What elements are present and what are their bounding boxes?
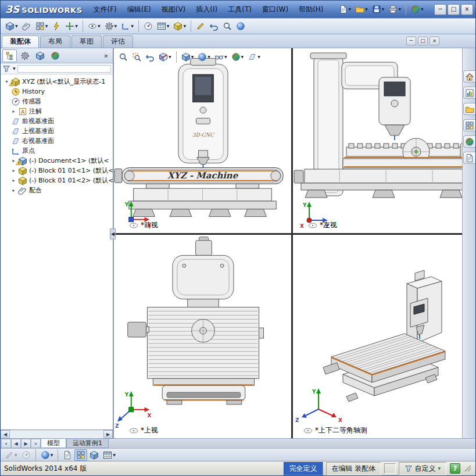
tree-item-assembly-root[interactable]: ▾ XYZ (默认<默认_显示状态-1: [2, 77, 113, 87]
motion-study-button[interactable]: [142, 19, 155, 33]
file-explorer-tab[interactable]: [463, 103, 475, 115]
viewport-top[interactable]: Y Z X *上视: [114, 235, 291, 438]
scroll-right-button[interactable]: ▶: [103, 430, 113, 438]
tree-expander-icon[interactable]: ▸: [11, 188, 16, 193]
menu-file[interactable]: 文件(F): [88, 3, 122, 16]
tab-scroll-left-button[interactable]: ◀: [11, 439, 21, 448]
tree-item-annotations[interactable]: ▸ 注解: [2, 106, 113, 116]
tree-expander-icon[interactable]: ▸: [11, 109, 16, 114]
filter-funnel-icon[interactable]: [2, 65, 10, 73]
configurationmanager-tab[interactable]: [33, 49, 47, 62]
tree-item-sensors[interactable]: 传感器: [2, 96, 113, 106]
two-view-button[interactable]: [88, 449, 101, 461]
doc-close-button[interactable]: ×: [430, 37, 439, 45]
tree-expander-icon[interactable]: ▸: [11, 168, 16, 173]
minimize-button[interactable]: ─: [434, 4, 446, 15]
propertymanager-tab[interactable]: [17, 49, 32, 62]
menu-edit[interactable]: 编辑(E): [122, 3, 156, 16]
menu-window[interactable]: 窗口(W): [257, 3, 294, 16]
tree-item-front-plane[interactable]: 前视基准面: [2, 116, 113, 126]
design-library-tab[interactable]: [463, 87, 475, 99]
tab-evaluate[interactable]: 评估: [103, 35, 133, 48]
assembly-features-button[interactable]: ▼: [103, 19, 119, 33]
print-button[interactable]: ▼: [386, 2, 403, 16]
dimxpertmanager-tab[interactable]: [48, 49, 62, 62]
tree-filter-input[interactable]: [17, 65, 111, 73]
doc-minimize-button[interactable]: ─: [406, 37, 416, 45]
appearances-tab[interactable]: [463, 135, 475, 148]
close-button[interactable]: ×: [461, 4, 473, 15]
doc-restore-button[interactable]: □: [418, 37, 428, 45]
maximize-button[interactable]: □: [448, 4, 460, 15]
featuremanager-tab[interactable]: [2, 49, 17, 62]
viewport-horizontal-divider[interactable]: [114, 233, 475, 235]
reference-geometry-button[interactable]: ▼: [119, 19, 135, 33]
sketch-button[interactable]: [194, 19, 207, 33]
mate-button[interactable]: [20, 19, 33, 33]
edit-appearance-button[interactable]: ▼: [230, 50, 246, 64]
zoom-fit-button[interactable]: [117, 50, 130, 64]
viewport-isometric[interactable]: Y X Z *上下二等角轴测: [293, 235, 475, 438]
single-view-button[interactable]: [61, 449, 74, 461]
exploded-view-button[interactable]: ▼: [171, 19, 188, 33]
smart-fasteners-button[interactable]: [50, 19, 63, 33]
new-document-button[interactable]: ▼: [337, 2, 353, 16]
options-button[interactable]: ▼: [409, 2, 425, 16]
tree-item-block01-2[interactable]: ▸ (-) Block 01 01<2> (默认<: [2, 176, 113, 185]
table-view-button[interactable]: ▼: [101, 449, 117, 461]
move-component-button[interactable]: ▼: [63, 19, 80, 33]
four-view-button[interactable]: [74, 449, 87, 461]
zoom-area-button[interactable]: [130, 50, 143, 64]
menu-tools[interactable]: 工具(T): [223, 3, 257, 16]
component-pattern-button[interactable]: ▼: [34, 19, 50, 33]
menu-help[interactable]: 帮助(H): [294, 3, 328, 16]
insert-component-button[interactable]: ▼: [3, 19, 20, 33]
menu-insert[interactable]: 插入(I): [191, 3, 223, 16]
help-toggle-button[interactable]: ?: [450, 463, 460, 474]
zoom-tool-button[interactable]: [221, 19, 234, 33]
resources-tab[interactable]: [463, 70, 475, 83]
tab-scroll-right-button[interactable]: ▶: [21, 439, 31, 448]
status-custom-dropdown[interactable]: 自定义 ▼: [399, 462, 446, 475]
previous-view-button[interactable]: [144, 50, 156, 64]
tree-item-document1[interactable]: ▸ (-) Document<1> (默认<: [2, 156, 113, 166]
menu-view[interactable]: 视图(V): [156, 3, 191, 16]
scene-button[interactable]: ▼: [246, 50, 262, 64]
tab-scroll-first-button[interactable]: «: [1, 439, 11, 448]
section-view-button[interactable]: ▼: [157, 50, 173, 64]
show-hidden-components-button[interactable]: ▼: [86, 19, 102, 33]
dimension-tool-button[interactable]: [20, 449, 33, 461]
tab-layout[interactable]: 布局: [40, 35, 70, 48]
bill-of-materials-button[interactable]: ▼: [155, 19, 171, 33]
tree-item-top-plane[interactable]: 上视基准面: [2, 126, 113, 136]
viewport-vertical-divider[interactable]: [291, 48, 293, 438]
panel-collapse-button[interactable]: ◀: [110, 228, 116, 239]
tree-item-block01-1[interactable]: ▸ (-) Block 01 01<1> (默认<: [2, 166, 113, 176]
viewport-left[interactable]: Y Z X *左视: [293, 48, 475, 233]
tab-sketch[interactable]: 草图: [71, 35, 102, 48]
scrollbar-track[interactable]: [10, 430, 103, 438]
open-button[interactable]: ▼: [353, 2, 370, 16]
custom-properties-tab[interactable]: [463, 152, 475, 164]
save-button[interactable]: ▼: [370, 2, 386, 16]
graphics-area[interactable]: ▼ ▼ ▼ ▼ ▼ ▼: [113, 48, 475, 438]
tab-model[interactable]: 模型: [41, 439, 66, 448]
panel-expand-button[interactable]: »: [101, 52, 111, 60]
tree-item-right-plane[interactable]: 右视基准面: [2, 136, 113, 146]
tree-expander-icon[interactable]: ▸: [11, 178, 16, 183]
tab-assembly[interactable]: 装配体: [2, 35, 39, 48]
view-orientation-button[interactable]: ▼: [180, 50, 196, 64]
scroll-left-button[interactable]: ◀: [1, 430, 10, 438]
tree-item-origin[interactable]: 原点: [2, 146, 113, 156]
resize-grip[interactable]: [464, 464, 472, 473]
view-settings-button[interactable]: ▼: [39, 449, 55, 461]
tree-item-mates[interactable]: ▸ 配合: [2, 185, 113, 195]
tab-motion-study-1[interactable]: 运动算例1: [66, 439, 109, 448]
tree-item-history[interactable]: History: [2, 87, 113, 96]
display-style-button[interactable]: ▼: [196, 50, 212, 64]
tab-scroll-last-button[interactable]: »: [31, 439, 41, 448]
sketch-tool-button[interactable]: ▼: [3, 449, 19, 461]
viewport-front[interactable]: 3D-CNC XYZ - Machine: [114, 48, 291, 233]
view-palette-tab[interactable]: [463, 119, 475, 131]
appearance-tool-button[interactable]: [234, 19, 247, 33]
